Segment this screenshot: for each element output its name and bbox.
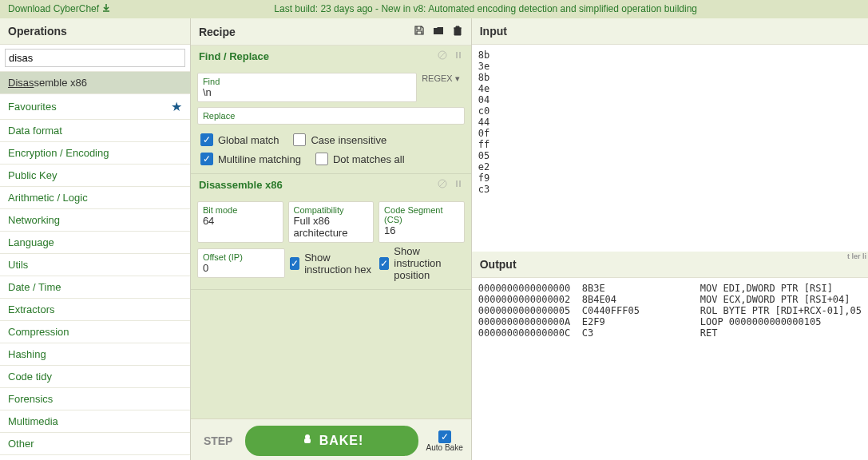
top-banner: Download CyberChef Last build: 23 days a… bbox=[0, 0, 868, 18]
disable-icon[interactable] bbox=[434, 50, 447, 62]
checkbox[interactable]: Case insensitive bbox=[293, 133, 386, 146]
op-title: Disassemble x86 bbox=[199, 179, 434, 191]
recipe-header: Recipe bbox=[191, 18, 471, 46]
output-header: Output t ler li bbox=[472, 252, 868, 278]
replace-field[interactable]: Replace bbox=[197, 107, 465, 125]
banner-link-2[interactable]: simplified operation building bbox=[579, 3, 697, 14]
output-stats: t ler li bbox=[847, 253, 866, 260]
category-item[interactable]: Networking bbox=[0, 209, 190, 232]
download-icon bbox=[101, 3, 111, 15]
bake-button[interactable]: BAKE! bbox=[245, 426, 418, 456]
search-result-item[interactable]: Disassemble x86 bbox=[0, 72, 190, 94]
checkbox[interactable]: Show instruction position bbox=[379, 245, 464, 281]
arg-field[interactable]: Bit mode64 bbox=[197, 201, 283, 243]
download-link[interactable]: Download CyberChef bbox=[8, 3, 111, 15]
operations-title: Operations bbox=[8, 25, 182, 38]
svg-rect-7 bbox=[459, 180, 461, 187]
checkbox[interactable]: Show instruction hex bbox=[290, 252, 375, 276]
save-icon[interactable] bbox=[409, 26, 425, 38]
category-item[interactable]: Language bbox=[0, 232, 190, 254]
input-header: Input bbox=[472, 18, 868, 45]
category-item[interactable]: Multimedia bbox=[0, 410, 190, 433]
arg-field[interactable]: Offset (IP)0 bbox=[197, 248, 285, 278]
svg-rect-6 bbox=[456, 180, 458, 187]
svg-rect-2 bbox=[456, 52, 458, 58]
recipe-panel: Recipe Find / Replace bbox=[191, 18, 472, 460]
search-input[interactable] bbox=[5, 49, 185, 67]
category-item[interactable]: Hashing bbox=[0, 343, 190, 366]
category-item[interactable]: Compression bbox=[0, 321, 190, 343]
regex-dropdown[interactable]: REGEX ▾ bbox=[417, 70, 465, 87]
operations-panel: Operations Disassemble x86 Favourites ★ … bbox=[0, 18, 191, 460]
favourites-category[interactable]: Favourites ★ bbox=[0, 94, 190, 120]
svg-rect-3 bbox=[459, 52, 461, 58]
input-text[interactable]: 8b 3e 8b 4e 04 c0 44 0f ff 05 e2 f9 c3 bbox=[472, 45, 868, 252]
category-item[interactable]: Other bbox=[0, 433, 190, 455]
svg-rect-9 bbox=[304, 438, 311, 443]
pause-icon[interactable] bbox=[450, 179, 463, 191]
category-item[interactable]: Data format bbox=[0, 120, 190, 142]
recipe-op-disassemble: Disassemble x86 Bit mode64CompatibilityF… bbox=[191, 174, 471, 290]
operations-header: Operations bbox=[0, 18, 190, 45]
chef-icon bbox=[300, 432, 315, 450]
category-item[interactable]: Date / Time bbox=[0, 276, 190, 299]
find-field[interactable]: Find \n bbox=[197, 73, 417, 102]
category-item[interactable]: Encryption / Encoding bbox=[0, 142, 190, 165]
input-title: Input bbox=[480, 25, 860, 38]
category-item[interactable]: Code tidy bbox=[0, 366, 190, 388]
checkbox[interactable]: Dot matches all bbox=[315, 153, 405, 165]
disable-icon[interactable] bbox=[434, 179, 447, 191]
load-icon[interactable] bbox=[428, 26, 444, 38]
banner-link-1[interactable]: Automated encoding detection bbox=[428, 3, 557, 14]
category-item[interactable]: Forensics bbox=[0, 388, 190, 410]
arg-field[interactable]: CompatibilityFull x86 architecture bbox=[288, 201, 375, 243]
banner-center: Last build: 23 days ago - New in v8: Aut… bbox=[111, 3, 860, 15]
arg-field[interactable]: Code Segment (CS)16 bbox=[379, 201, 465, 243]
svg-line-5 bbox=[439, 180, 446, 187]
svg-line-1 bbox=[439, 52, 446, 58]
category-item[interactable]: Extractors bbox=[0, 299, 190, 321]
checkbox[interactable]: Global match bbox=[200, 133, 279, 146]
category-item[interactable]: Arithmetic / Logic bbox=[0, 187, 190, 209]
category-item[interactable]: Utils bbox=[0, 254, 190, 276]
checkbox[interactable]: Multiline matching bbox=[200, 153, 301, 165]
pause-icon[interactable] bbox=[450, 50, 463, 62]
recipe-op-find-replace: Find / Replace Find \n REGEX ▾ bbox=[191, 46, 471, 174]
recipe-title: Recipe bbox=[199, 26, 409, 38]
output-title: Output bbox=[480, 258, 860, 271]
auto-bake-toggle[interactable]: Auto Bake bbox=[426, 430, 463, 452]
category-item[interactable]: Public Key bbox=[0, 165, 190, 187]
step-button[interactable]: STEP bbox=[199, 434, 238, 447]
op-title: Find / Replace bbox=[199, 50, 434, 62]
star-icon: ★ bbox=[171, 99, 182, 114]
category-item[interactable]: Flow control bbox=[0, 455, 190, 460]
output-text: 00000000000000008B3EMOV EDI,DWORD PTR [R… bbox=[472, 278, 868, 460]
clear-icon[interactable] bbox=[447, 26, 463, 38]
